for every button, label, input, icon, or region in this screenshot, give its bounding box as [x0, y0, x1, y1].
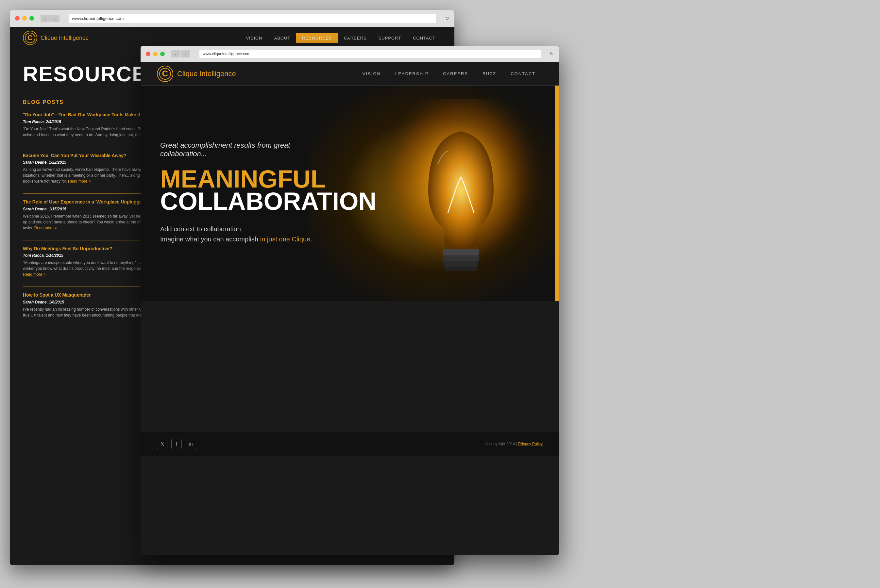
- nav-support-back[interactable]: SUPPORT: [373, 33, 407, 43]
- front-footer: 𝕏 f in © copyright 2014 | Privacy Policy: [141, 432, 559, 456]
- maximize-dot[interactable]: [29, 16, 34, 21]
- hero-section: Great accomplishment results from great …: [141, 86, 559, 301]
- nav-leadership-front[interactable]: LEADERSHIP: [388, 69, 436, 79]
- maximize-dot-front[interactable]: [160, 52, 165, 56]
- nav-contact-front[interactable]: CONTACT: [503, 69, 543, 79]
- close-dot[interactable]: [15, 16, 20, 21]
- orange-accent-bar: [555, 86, 559, 301]
- nav-careers-back[interactable]: CAREERS: [338, 33, 373, 43]
- minimize-dot-front[interactable]: [153, 52, 158, 56]
- linkedin-icon[interactable]: in: [186, 439, 196, 449]
- forward-arrow-front[interactable]: ›: [181, 50, 190, 57]
- logo-back: C Clique Intelligence: [23, 31, 89, 45]
- social-icons: 𝕏 f in: [157, 439, 196, 449]
- nav-vision-front[interactable]: VISION: [355, 69, 388, 79]
- svg-rect-5: [445, 267, 477, 271]
- site-header-front: C Clique Intelligence VISION LEADERSHIP …: [141, 62, 559, 86]
- titlebar-back: ‹ › www.cliqueintelligence.com ↻: [10, 10, 454, 27]
- footer-copyright: © copyright 2014 | Privacy Policy: [486, 442, 543, 446]
- nav-careers-front[interactable]: CAREERS: [436, 69, 475, 79]
- minimize-dot[interactable]: [22, 16, 27, 21]
- hero-tagline: Great accomplishment results from great …: [160, 141, 323, 158]
- nav-buzz-front[interactable]: BUZZ: [475, 69, 503, 79]
- blog-post-4-read-more[interactable]: Read more >: [23, 272, 46, 277]
- logo-text-back: Clique Intelligence: [41, 34, 89, 42]
- hero-headline-meaningful: MEANINGFUL: [160, 168, 323, 190]
- logo-c-back: C: [27, 34, 33, 42]
- logo-c-front: C: [162, 69, 168, 79]
- blog-post-3-read-more[interactable]: Read more >: [34, 226, 57, 230]
- back-arrow-front[interactable]: ‹: [171, 50, 181, 57]
- logo-front: C Clique Intelligence: [157, 66, 236, 82]
- front-content-area: [141, 301, 559, 432]
- logo-icon-back: C: [23, 31, 37, 45]
- svg-rect-3: [443, 255, 479, 261]
- svg-rect-2: [443, 249, 479, 255]
- blog-post-2-read-more[interactable]: Read more >: [68, 179, 91, 184]
- logo-text-front: Clique Intelligence: [177, 70, 236, 78]
- front-window: ‹ › www.cliqueintelligence.com ↻ C Cliqu…: [141, 46, 559, 555]
- hero-sub-1: Add context to collaboration.: [160, 225, 323, 233]
- nav-contact-back[interactable]: CONTACT: [407, 33, 441, 43]
- refresh-button[interactable]: ↻: [445, 16, 449, 21]
- privacy-policy-link[interactable]: Privacy Policy: [518, 442, 543, 446]
- close-dot-front[interactable]: [146, 52, 150, 56]
- hero-content: Great accomplishment results from great …: [141, 122, 343, 266]
- lightbulb-illustration: [376, 99, 546, 295]
- nav-front: VISION LEADERSHIP CAREERS BUZZ CONTACT: [355, 69, 543, 79]
- refresh-button-front[interactable]: ↻: [550, 51, 554, 57]
- titlebar-front: ‹ › www.cliqueintelligence.com ↻: [141, 46, 559, 62]
- hero-headline: MEANINGFUL COLLABORATION: [160, 168, 323, 213]
- forward-arrow-button[interactable]: ›: [50, 15, 60, 22]
- nav-back: VISION ABOUT RESOURCES CAREERS SUPPORT C…: [240, 33, 441, 43]
- hero-sub-highlight: in just one Clique: [260, 236, 310, 243]
- hero-headline-collaboration: COLLABORATION: [160, 190, 323, 212]
- nav-about-back[interactable]: ABOUT: [268, 33, 296, 43]
- facebook-icon[interactable]: f: [171, 439, 182, 449]
- nav-resources-back[interactable]: RESOURCES: [296, 33, 338, 43]
- hero-sub-2: Imagine what you can accomplish in just …: [160, 236, 323, 243]
- url-bar-back[interactable]: www.cliqueintelligence.com: [69, 14, 436, 23]
- nav-vision-back[interactable]: VISION: [240, 33, 268, 43]
- twitter-icon[interactable]: 𝕏: [157, 439, 167, 449]
- back-arrow-button[interactable]: ‹: [41, 15, 50, 22]
- url-bar-front[interactable]: www.cliqueintelligence.com: [199, 50, 541, 58]
- lightbulb-svg: [376, 99, 546, 295]
- svg-rect-4: [444, 261, 478, 267]
- logo-icon-front: C: [157, 66, 173, 82]
